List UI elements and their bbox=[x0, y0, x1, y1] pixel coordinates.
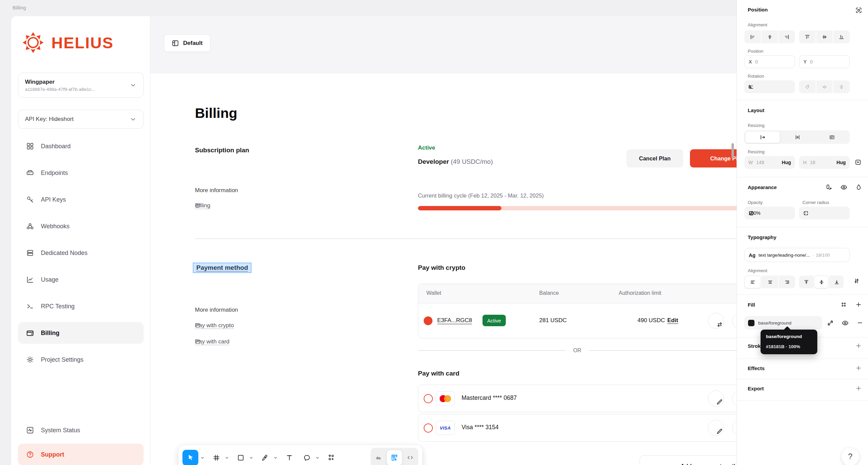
fill-token-name: base/foreground bbox=[758, 320, 791, 326]
rotate-icon[interactable] bbox=[799, 80, 816, 93]
corner-radius-input[interactable]: 0 bbox=[799, 207, 850, 219]
column-wallet: Wallet bbox=[426, 290, 441, 296]
pay-with-card-link[interactable]: Pay with card bbox=[195, 338, 229, 345]
more-information-label: More information bbox=[195, 187, 238, 194]
text-align-center-icon[interactable] bbox=[762, 276, 778, 288]
sidebar-item-usage[interactable]: Usage bbox=[18, 269, 144, 290]
sidebar-item-dashboard[interactable]: Dashboard bbox=[18, 135, 144, 157]
y-position-input[interactable]: Y0 bbox=[799, 55, 850, 68]
measure-dev-tool-button[interactable] bbox=[387, 450, 402, 465]
comment-tool-button[interactable] bbox=[300, 450, 313, 465]
sidebar-item-project-settings[interactable]: Project Settings bbox=[18, 349, 144, 370]
sidebar-item-endpoints[interactable]: Endpoints bbox=[18, 162, 144, 184]
layout-horizontal-icon[interactable] bbox=[745, 131, 780, 143]
authorization-limit-value: 490 USDC bbox=[607, 317, 665, 324]
billing-external-link[interactable]: Billing bbox=[195, 202, 210, 209]
align-h-center-icon[interactable] bbox=[762, 30, 778, 43]
comment-tool-chevron[interactable] bbox=[315, 450, 320, 465]
flip-vertical-icon[interactable] bbox=[833, 80, 850, 93]
fill-color-swatch bbox=[748, 320, 754, 326]
fill-section-title: Fill bbox=[748, 302, 755, 308]
layout-vertical-icon[interactable] bbox=[780, 131, 815, 143]
align-top-icon[interactable] bbox=[799, 30, 816, 43]
edit-limit-link[interactable]: Edit bbox=[667, 317, 678, 324]
card-radio[interactable] bbox=[424, 423, 433, 433]
card-label: Mastercard **** 0687 bbox=[462, 394, 517, 402]
code-tool-icon[interactable] bbox=[404, 450, 416, 465]
card-radio[interactable] bbox=[424, 394, 433, 403]
view-default-button[interactable]: Default bbox=[164, 34, 210, 52]
height-input[interactable]: H18 Hug bbox=[799, 156, 850, 169]
edit-card-button[interactable] bbox=[708, 420, 724, 436]
billing-cycle-text: Current billing cycle (Feb 12, 2025 - Ma… bbox=[418, 192, 544, 199]
sidebar-item-api-keys[interactable]: API Keys bbox=[18, 189, 144, 210]
text-align-middle-icon[interactable] bbox=[814, 276, 829, 288]
sidebar-item-dedicated-nodes[interactable]: Dedicated Nodes bbox=[18, 242, 144, 264]
move-tool-button[interactable] bbox=[182, 450, 198, 465]
move-tool-chevron[interactable] bbox=[200, 450, 205, 465]
position-label: Position bbox=[748, 49, 763, 54]
effects-section-title: Effects bbox=[748, 365, 765, 371]
text-align-bottom-icon[interactable] bbox=[829, 276, 844, 288]
align-bottom-icon[interactable] bbox=[833, 30, 850, 43]
sidebar-item-label: RPC Testing bbox=[41, 303, 75, 310]
or-divider: OR bbox=[418, 347, 737, 354]
flip-horizontal-icon[interactable] bbox=[816, 80, 833, 93]
help-button[interactable]: ? bbox=[841, 448, 859, 465]
more-information-label: More information bbox=[195, 307, 238, 313]
text-tool-button[interactable] bbox=[283, 450, 296, 465]
project-selector[interactable]: Wingpaper a118887e-498a-47f9-af7b-a8e1c.… bbox=[18, 73, 144, 98]
column-authorization-limit: Authorization limit bbox=[619, 290, 661, 296]
corner-radius-icon bbox=[803, 210, 809, 216]
alignment-label: Alignment bbox=[748, 22, 767, 27]
sidebar-item-label: Dedicated Nodes bbox=[41, 250, 88, 257]
width-input[interactable]: W149 Hug bbox=[744, 156, 795, 169]
vertical-align-group bbox=[799, 30, 850, 43]
nodes-icon bbox=[26, 249, 34, 257]
text-alignment-label: Alignment bbox=[748, 268, 767, 273]
type-style-selector[interactable]: Ag text large/leading-none/... · 18/100 bbox=[744, 248, 850, 262]
align-left-icon[interactable] bbox=[744, 30, 761, 43]
sidebar-item-webhooks[interactable]: Webhooks bbox=[18, 215, 144, 237]
panel-layout-icon bbox=[172, 40, 179, 47]
opacity-input[interactable]: 100% bbox=[744, 207, 795, 219]
wallet-icon bbox=[26, 329, 34, 337]
helius-wordmark: HELIUS bbox=[51, 33, 114, 52]
visa-logo: VISA bbox=[436, 421, 455, 435]
align-right-icon[interactable] bbox=[778, 30, 795, 43]
text-align-top-icon[interactable] bbox=[799, 276, 813, 288]
page-title: Billing bbox=[195, 105, 237, 121]
pen-tool-chevron[interactable] bbox=[273, 450, 278, 465]
wallet-address-link[interactable]: E3FA...RGC8 bbox=[437, 317, 472, 324]
sidebar-item-support[interactable]: Support bbox=[18, 444, 144, 465]
sidebar-item-system-status[interactable]: System Status bbox=[18, 419, 144, 441]
x-position-input[interactable]: X0 bbox=[744, 55, 795, 68]
layout-wrap-icon[interactable] bbox=[815, 131, 849, 143]
appearance-section-title: Appearance bbox=[748, 184, 777, 190]
pay-with-crypto-link[interactable]: Pay with crypto bbox=[195, 322, 234, 329]
sidebar-item-billing[interactable]: Billing bbox=[18, 322, 144, 344]
terminal-icon bbox=[26, 302, 34, 310]
actions-tool-button[interactable] bbox=[325, 450, 338, 465]
scrollbar-thumb[interactable] bbox=[731, 143, 734, 158]
fill-token-chip[interactable]: base/foreground bbox=[744, 316, 822, 330]
shape-tool-button[interactable] bbox=[234, 450, 247, 465]
rotation-input[interactable]: 0° bbox=[744, 80, 795, 93]
cancel-plan-button[interactable]: Cancel Plan bbox=[626, 149, 683, 167]
swap-wallet-button[interactable] bbox=[708, 313, 724, 329]
wallet-balance: 281 USDC bbox=[539, 317, 567, 324]
edit-card-button[interactable] bbox=[708, 390, 724, 407]
sidebar-item-rpc-testing[interactable]: RPC Testing bbox=[18, 295, 144, 317]
shape-tool-chevron[interactable] bbox=[248, 450, 254, 465]
text-align-left-icon[interactable] bbox=[744, 276, 761, 288]
frame-tool-chevron[interactable] bbox=[224, 450, 229, 465]
align-v-center-icon[interactable] bbox=[816, 30, 833, 43]
annotate-scribble-icon[interactable] bbox=[373, 450, 385, 465]
text-align-right-icon[interactable] bbox=[779, 276, 795, 288]
pen-tool-button[interactable] bbox=[258, 450, 271, 465]
api-key-selector[interactable]: API Key: Hideshort bbox=[18, 110, 144, 129]
frame-tool-button[interactable] bbox=[210, 450, 223, 465]
helius-logo: HELIUS bbox=[20, 30, 114, 55]
payment-method-section-title[interactable]: Payment method bbox=[193, 263, 251, 273]
canvas-toolbar bbox=[178, 445, 422, 465]
